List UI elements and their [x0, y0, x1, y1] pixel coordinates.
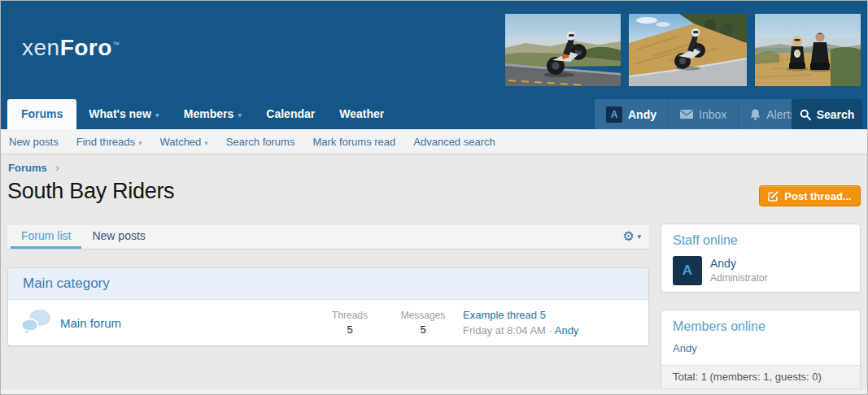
- post-thread-button[interactable]: Post thread...: [759, 185, 861, 206]
- breadcrumb: Forums ›: [8, 161, 59, 174]
- nav-tab-members-label: Members: [184, 107, 233, 120]
- latest-thread-link[interactable]: Example thread 5: [463, 309, 642, 321]
- search-button[interactable]: Search: [792, 99, 862, 129]
- subnav-mark-forums-read-label: Mark forums read: [312, 136, 395, 148]
- forum-page: xenForo™: [0, 0, 868, 395]
- chevron-down-icon: ▾: [138, 139, 142, 147]
- logo-trademark: ™: [112, 41, 120, 49]
- avatar: A: [606, 106, 622, 123]
- member-link-andy[interactable]: Andy: [673, 342, 848, 354]
- logo-foro: Foro: [60, 35, 112, 60]
- account-username: Andy: [628, 108, 656, 121]
- chevron-down-icon: ▾: [204, 139, 208, 147]
- speech-bubbles-icon: [20, 308, 52, 338]
- account-group: A Andy Inbox Alerts: [595, 99, 807, 129]
- site-logo[interactable]: xenForo™: [22, 35, 120, 61]
- gear-icon: ⚙︎: [622, 230, 634, 243]
- staff-user-info: Andy Administrator: [710, 256, 768, 285]
- compose-pencil-icon: [768, 191, 779, 202]
- threads-stat: Threads 5: [313, 310, 386, 336]
- nav-tab-weather[interactable]: Weather: [327, 99, 396, 129]
- inbox-label: Inbox: [699, 108, 726, 121]
- latest-thread: Example thread 5 Friday at 8:04 AM · And…: [463, 309, 642, 336]
- latest-thread-meta: Friday at 8:04 AM · Andy: [463, 324, 642, 336]
- messages-value: 5: [386, 323, 460, 336]
- staff-user-role: Administrator: [710, 272, 768, 284]
- content-tab-strip: Forum list New posts ⚙︎ ▾: [7, 225, 649, 250]
- main-navbar: Forums What's new▾ Members▾ Calendar Wea…: [1, 99, 867, 129]
- chevron-down-icon: ▾: [637, 232, 641, 241]
- tab-new-posts[interactable]: New posts: [81, 225, 155, 249]
- subnav-bar: New posts Find threads▾ Watched▾ Search …: [1, 129, 867, 154]
- nav-tabs: Forums What's new▾ Members▾ Calendar Wea…: [7, 99, 396, 129]
- members-online-title: Members online: [673, 319, 848, 334]
- logo-xen: xen: [22, 35, 60, 60]
- tab-forum-list[interactable]: Forum list: [11, 225, 81, 249]
- nav-tab-calendar-label: Calendar: [266, 107, 315, 120]
- threads-value: 5: [313, 323, 386, 336]
- subnav-watched-label: Watched: [160, 136, 202, 148]
- breadcrumb-separator-icon: ›: [55, 161, 59, 174]
- category-header[interactable]: Main category: [8, 268, 648, 300]
- subnav-new-posts[interactable]: New posts: [9, 136, 59, 148]
- chevron-down-icon: ▾: [238, 111, 242, 119]
- subnav-find-threads[interactable]: Find threads▾: [76, 136, 142, 148]
- subnav-advanced-search[interactable]: Advanced search: [413, 136, 495, 148]
- subnav-advanced-search-label: Advanced search: [413, 136, 495, 148]
- nav-tab-whats-new[interactable]: What's new▾: [76, 99, 171, 129]
- threads-label: Threads: [313, 310, 386, 321]
- messages-stat: Messages 5: [386, 310, 460, 336]
- avatar[interactable]: A: [673, 256, 702, 285]
- forum-link-main-forum[interactable]: Main forum: [60, 316, 121, 330]
- banner-photo-couple: [755, 14, 861, 86]
- post-thread-label: Post thread...: [784, 190, 851, 202]
- staff-user: A Andy Administrator: [673, 256, 848, 285]
- latest-thread-time[interactable]: Friday at 8:04 AM ·: [463, 324, 552, 336]
- search-icon: [800, 109, 811, 120]
- nav-tab-members[interactable]: Members▾: [172, 99, 255, 129]
- forum-list-card: Main category Main forum Threads 5 Messa…: [7, 267, 649, 346]
- subnav-new-posts-label: New posts: [9, 136, 59, 148]
- banner-photo-wheelie: [505, 14, 621, 86]
- members-online-total: Total: 1 (members: 1, guests: 0): [661, 365, 860, 388]
- account-menu-button[interactable]: A Andy: [595, 99, 669, 129]
- staff-online-title: Staff online: [673, 233, 848, 248]
- nav-tab-forums-label: Forums: [21, 107, 63, 120]
- envelope-icon: [680, 110, 693, 119]
- search-label: Search: [817, 108, 855, 121]
- inbox-button[interactable]: Inbox: [669, 99, 739, 129]
- members-online-card: Members online Andy Total: 1 (members: 1…: [661, 310, 861, 389]
- page-title: South Bay Riders: [7, 179, 174, 204]
- nav-tab-forums[interactable]: Forums: [7, 99, 76, 129]
- breadcrumb-forums-link[interactable]: Forums: [8, 162, 47, 174]
- bell-icon: [750, 109, 761, 120]
- forum-row: Main forum Threads 5 Messages 5 Example …: [8, 300, 648, 345]
- nav-tab-weather-label: Weather: [339, 107, 384, 120]
- page-bottom-strip: [1, 389, 867, 394]
- banner-photo-trail-rider: [629, 14, 747, 86]
- forum-options-menu[interactable]: ⚙︎ ▾: [622, 225, 641, 247]
- staff-online-card: Staff online A Andy Administrator: [661, 224, 861, 293]
- latest-thread-author-link[interactable]: Andy: [555, 324, 579, 336]
- staff-user-name-link[interactable]: Andy: [710, 257, 768, 270]
- subnav-search-forums-label: Search forums: [226, 136, 295, 148]
- subnav-find-threads-label: Find threads: [76, 136, 135, 148]
- chevron-down-icon: ▾: [155, 111, 159, 119]
- subnav-watched[interactable]: Watched▾: [160, 136, 208, 148]
- nav-tab-whats-new-label: What's new: [89, 107, 150, 120]
- nav-tab-calendar[interactable]: Calendar: [254, 99, 327, 129]
- members-online-body: Members online Andy: [661, 310, 860, 363]
- subnav-search-forums[interactable]: Search forums: [226, 136, 295, 148]
- messages-label: Messages: [386, 310, 460, 321]
- site-header: xenForo™: [1, 1, 867, 129]
- subnav-mark-forums-read[interactable]: Mark forums read: [312, 136, 395, 148]
